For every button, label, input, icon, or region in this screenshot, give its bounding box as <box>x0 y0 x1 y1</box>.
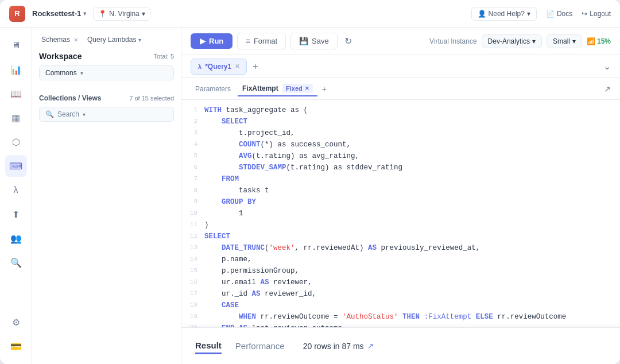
left-panel: Schemas ✕ Query Lambdas ▾ Workspace Tota… <box>32 28 181 364</box>
code-line-20: 20 END AS last_reviewer_outcome, <box>181 323 620 327</box>
save-icon: 💾 <box>299 37 308 45</box>
sidebar-icon-book[interactable]: 📖 <box>5 83 27 104</box>
commons-chevron-icon: ▾ <box>80 70 83 76</box>
logout-icon: ↪ <box>582 10 587 18</box>
help-button[interactable]: 👤 Need Help? ▾ <box>471 7 537 21</box>
format-button[interactable]: ≡ Format <box>237 33 286 49</box>
region-selector[interactable]: 📍 N. Virgina ▾ <box>93 7 150 21</box>
signal-badge: 📶 15% <box>587 37 611 45</box>
query-tabs: λ *Query1 ✕ + ⌄ <box>181 55 620 78</box>
fix-attempt-tab[interactable]: FixAttempt Fixed ✕ <box>238 82 317 96</box>
params-tabs: Parameters FixAttempt Fixed ✕ + ↗ <box>181 78 620 100</box>
performance-tab[interactable]: Performance <box>235 341 285 351</box>
sidebar-icon-lambda[interactable]: λ <box>5 179 27 201</box>
query-tab-0[interactable]: λ *Query1 ✕ <box>191 59 247 75</box>
top-bar-right: 👤 Need Help? ▾ 📄 Docs ↪ Logout <box>471 7 611 21</box>
lambda-icon: λ <box>198 63 202 70</box>
content-area: ▶ Run ≡ Format 💾 Save ↻ Virtual Instance… <box>181 28 620 364</box>
code-line-3: 3 t.project_id, <box>181 127 620 139</box>
editor-toolbar: ▶ Run ≡ Format 💾 Save ↻ Virtual Instance… <box>181 28 620 55</box>
signal-icon: 📶 <box>587 37 595 45</box>
vi-label: Virtual Instance <box>429 37 477 45</box>
sidebar-icon-cube[interactable]: ⬡ <box>5 131 27 153</box>
code-line-4: 4 COUNT(*) as success_count, <box>181 139 620 150</box>
top-bar: R Rocksettest-1 ▾ 📍 N. Virgina ▾ 👤 Need … <box>0 0 620 28</box>
format-icon: ≡ <box>246 37 250 45</box>
code-line-11: 11) <box>181 219 620 231</box>
sidebar-icon-monitor[interactable]: 🖥 <box>5 34 27 56</box>
size-chevron-icon: ▾ <box>572 37 576 45</box>
parameters-tab[interactable]: Parameters <box>191 83 235 95</box>
result-external-link-icon[interactable]: ↗ <box>367 342 374 350</box>
icon-sidebar: 🖥 📊 📖 ▦ ⬡ ⌨ λ ⬆ 👥 🔍 ⚙ 💳 <box>0 28 32 364</box>
code-line-15: 15 p.permissionGroup, <box>181 265 620 277</box>
vi-selector[interactable]: Dev-Analytics ▾ <box>482 34 542 48</box>
workspace-chevron-icon: ▾ <box>83 10 86 17</box>
code-line-8: 8 tasks t <box>181 185 620 196</box>
add-param-button[interactable]: + <box>322 84 327 94</box>
add-tab-button[interactable]: + <box>249 60 261 73</box>
sidebar-icon-users[interactable]: 👥 <box>5 227 27 249</box>
toolbar-right: Virtual Instance Dev-Analytics ▾ Small ▾… <box>429 34 611 48</box>
save-button[interactable]: 💾 Save <box>290 33 338 49</box>
badge-close-icon[interactable]: ✕ <box>305 86 309 91</box>
collections-title: Collections / Views <box>39 94 101 102</box>
size-selector[interactable]: Small ▾ <box>547 34 582 48</box>
search-box[interactable]: 🔍 Search ▾ <box>39 107 174 122</box>
commons-dropdown[interactable]: Commons ▾ <box>39 65 174 80</box>
code-line-5: 5 AVG(t.rating) as avg_rating, <box>181 150 620 162</box>
code-line-17: 17 ur._id AS reviewer_id, <box>181 288 620 300</box>
collections-header: Collections / Views 7 of 15 selected <box>39 94 174 102</box>
help-icon: 👤 <box>478 10 486 18</box>
params-external-icon[interactable]: ↗ <box>604 84 611 94</box>
query-tabs-collapse-icon[interactable]: ⌄ <box>603 61 611 72</box>
fixed-badge: Fixed ✕ <box>282 84 313 93</box>
code-editor[interactable]: 1WITH task_aggregate as (2 SELECT3 t.pro… <box>181 100 620 327</box>
logout-button[interactable]: ↪ Logout <box>582 10 611 18</box>
code-line-13: 13 DATE_TRUNC('week', rr.reviewedAt) AS … <box>181 242 620 254</box>
result-info: 20 rows in 87 ms ↗ <box>303 342 374 351</box>
search-icon: 🔍 <box>45 110 54 118</box>
sidebar-icon-grid[interactable]: ▦ <box>5 107 27 129</box>
code-line-18: 18 CASE <box>181 300 620 311</box>
query-lambdas-arrow-icon[interactable]: ▾ <box>138 37 141 43</box>
search-chevron-icon: ▾ <box>83 111 86 118</box>
code-line-1: 1WITH task_aggregate as ( <box>181 104 620 116</box>
sidebar-icon-chart[interactable]: 📊 <box>5 59 27 80</box>
result-bar: Result Performance 20 rows in 87 ms ↗ <box>181 327 620 364</box>
main-area: 🖥 📊 📖 ▦ ⬡ ⌨ λ ⬆ 👥 🔍 ⚙ 💳 Schemas ✕ Query … <box>0 28 620 364</box>
code-line-14: 14 p.name, <box>181 254 620 265</box>
query-tab-close-icon[interactable]: ✕ <box>235 63 239 69</box>
sidebar-icon-search[interactable]: 🔍 <box>5 251 27 273</box>
location-icon: 📍 <box>98 10 107 18</box>
sidebar-icon-terminal[interactable]: ⌨ <box>5 155 27 177</box>
sidebar-icon-gear[interactable]: ⚙ <box>5 311 27 333</box>
sidebar-icon-upload[interactable]: ⬆ <box>5 203 27 225</box>
docs-button[interactable]: 📄 Docs <box>546 10 572 18</box>
panel-tabs: Schemas ✕ Query Lambdas ▾ <box>39 34 174 45</box>
code-line-19: 19 WHEN rr.reviewOutcome = 'AuthoStatus'… <box>181 311 620 323</box>
sidebar-icon-card[interactable]: 💳 <box>5 335 27 357</box>
share-button[interactable]: ↻ <box>342 33 354 49</box>
app-logo[interactable]: R <box>9 6 25 22</box>
code-line-10: 10 1 <box>181 208 620 219</box>
workspace-count: Total: 5 <box>154 53 174 60</box>
code-line-6: 6 STDDEV_SAMP(t.rating) as stddev_rating <box>181 162 620 173</box>
docs-icon: 📄 <box>546 10 555 18</box>
collections-count: 7 of 15 selected <box>129 95 174 102</box>
code-line-2: 2 SELECT <box>181 116 620 127</box>
code-line-12: 12SELECT <box>181 231 620 242</box>
workspace-selector[interactable]: Rocksettest-1 ▾ <box>32 9 86 18</box>
run-icon: ▶ <box>200 37 206 45</box>
run-button[interactable]: ▶ Run <box>191 33 232 49</box>
result-tab[interactable]: Result <box>195 338 222 354</box>
workspace-section: Workspace Total: 5 Commons ▾ <box>39 52 174 80</box>
top-bar-left: R Rocksettest-1 ▾ 📍 N. Virgina ▾ <box>9 6 464 22</box>
code-line-7: 7 FROM <box>181 173 620 185</box>
workspace-title: Workspace <box>39 52 82 61</box>
schemas-tab[interactable]: Schemas ✕ <box>39 34 80 45</box>
schemas-tab-close-icon[interactable]: ✕ <box>73 37 78 43</box>
code-line-9: 9 GROUP BY <box>181 196 620 208</box>
query-lambdas-tab[interactable]: Query Lambdas ▾ <box>85 34 144 45</box>
vi-chevron-icon: ▾ <box>532 37 536 45</box>
